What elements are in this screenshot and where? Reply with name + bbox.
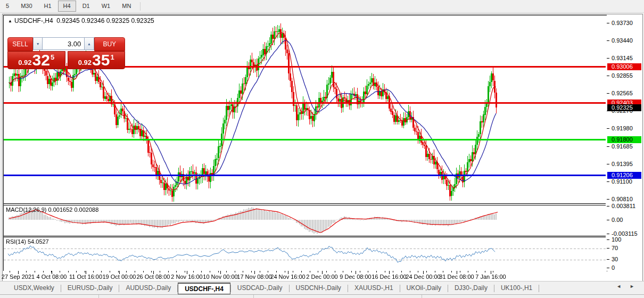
hline-price-badge: 0.91206 — [607, 172, 641, 179]
price-tick-label: 0.91100 — [612, 178, 632, 185]
date-minor-tick — [210, 271, 210, 272]
date-axis: 27 Sep 20214 Oct 08:0011 Oct 16:0019 Oct… — [3, 271, 606, 280]
buy-price-sup: 1 — [110, 53, 114, 61]
buy-price-display[interactable]: 0.92 35 1 — [68, 51, 126, 69]
date-minor-tick — [76, 271, 77, 272]
date-minor-tick — [460, 271, 460, 272]
price-tick-label: 0.93145 — [612, 55, 633, 61]
timeframe-button-5[interactable]: 5 — [1, 1, 14, 12]
tab-scroll-right-icon[interactable]: ► — [630, 284, 634, 289]
price-tick — [607, 58, 609, 59]
date-minor-tick — [226, 271, 227, 272]
status-cell — [0, 295, 99, 298]
sell-button[interactable]: SELL — [7, 37, 33, 51]
date-minor-tick — [35, 271, 35, 272]
date-minor-tick — [485, 271, 485, 272]
sell-price-display[interactable]: 0.92 32 5 — [7, 51, 65, 69]
rsi-tick-label: 70 — [612, 245, 618, 251]
price-axis: 0.937300.934400.931450.928550.925650.922… — [607, 15, 642, 271]
date-minor-tick — [468, 271, 468, 272]
rsi-label: RSI(14) 54.0527 — [6, 238, 49, 245]
date-minor-tick — [285, 271, 285, 272]
volume-down-button[interactable]: ▼ — [33, 37, 43, 50]
price-tick — [607, 146, 609, 147]
date-minor-tick — [401, 271, 402, 272]
rsi-tick-label: 0 — [612, 264, 615, 271]
volume-up-button[interactable]: ▲ — [84, 37, 94, 50]
toolbar-divider — [140, 2, 141, 11]
collapse-arrow-icon[interactable]: ▲ — [8, 19, 12, 23]
macd-tick — [607, 220, 609, 220]
current-price-badge: 0.92325 — [607, 104, 641, 111]
date-label: 31 Dec 08:00 — [439, 274, 474, 280]
chart-quotes-label: 0.92345 0.92346 0.92325 0.92325 — [56, 17, 154, 24]
timeframe-button-mn[interactable]: MN — [117, 1, 136, 12]
price-tick — [607, 76, 609, 76]
macd-label: MACD(12,26,9) 0.001652 0.002088 — [6, 206, 98, 213]
price-tick — [607, 93, 609, 94]
date-minor-tick — [418, 271, 418, 272]
sell-price-sup: 5 — [51, 53, 54, 61]
tab-audusd-daily[interactable]: AUDUSD-,Daily — [119, 282, 177, 295]
rsi-pane[interactable]: RSI(14) 54.0527 — [4, 237, 606, 271]
one-click-trade-panel: SELL ▼ ▲ BUY 0.92 32 5 0.92 35 1 — [7, 37, 125, 69]
price-tick-label: 0.93730 — [612, 20, 633, 26]
date-minor-tick — [251, 271, 252, 272]
tab-usdcad-daily[interactable]: USDCAD-,Daily — [231, 282, 289, 295]
tab-scroll-left-icon[interactable]: ◄ — [616, 284, 621, 289]
trading-terminal: 5M30H1H4D1W1MN ▲USDCHF-,H4 0.92345 0.923… — [0, 0, 644, 298]
date-minor-tick — [26, 271, 27, 272]
tab-xauusd-h1[interactable]: XAUUSD-,H1 — [348, 282, 400, 295]
macd-tick-label: 0.003811 — [612, 203, 635, 209]
rsi-tick — [607, 248, 609, 249]
date-minor-tick — [451, 271, 452, 272]
price-tick-label: 0.90810 — [612, 196, 633, 202]
rsi-tick — [607, 268, 609, 268]
hline-price-badge: 0.91800 — [607, 136, 641, 143]
tab-eurusd-daily[interactable]: EURUSD-,Daily — [61, 282, 119, 295]
price-tick — [607, 199, 609, 200]
rsi-tick — [607, 259, 609, 260]
date-minor-tick — [326, 271, 327, 272]
macd-pane[interactable]: MACD(12,26,9) 0.001652 0.002088 — [4, 205, 606, 236]
tab-dj30-daily[interactable]: DJ30-,Daily — [448, 282, 494, 295]
timeframe-button-m30[interactable]: M30 — [15, 1, 37, 12]
date-minor-tick — [160, 271, 160, 272]
volume-input[interactable] — [43, 37, 84, 50]
tab-uk100-h1[interactable]: UK100-,H1 — [494, 282, 539, 295]
status-cell — [99, 295, 254, 298]
timeframe-button-w1[interactable]: W1 — [96, 1, 116, 12]
date-minor-tick — [293, 271, 293, 272]
macd-tick — [607, 206, 609, 206]
date-minor-tick — [101, 271, 102, 272]
tab-ukoil-daily[interactable]: UKOil-,Daily — [400, 282, 448, 295]
rsi-tick-label: 30 — [612, 256, 618, 262]
timeframe-toolbar: 5M30H1H4D1W1MN — [0, 0, 644, 13]
date-minor-tick — [126, 271, 127, 272]
chart-symbol-label: USDCHF-,H4 — [14, 17, 53, 24]
date-minor-tick — [151, 271, 152, 272]
spin-down-icon: ▼ — [36, 42, 40, 46]
price-tick — [607, 40, 609, 41]
timeframe-button-h4[interactable]: H4 — [58, 1, 76, 12]
buy-price-base: 0.92 — [78, 59, 92, 67]
buy-button[interactable]: BUY — [94, 37, 125, 51]
price-tick — [607, 23, 609, 23]
price-tick-label: 0.93440 — [612, 37, 633, 44]
date-minor-tick — [385, 271, 385, 272]
date-minor-tick — [260, 271, 260, 272]
tab-usdcnh-daily[interactable]: USDCNH-,Daily — [290, 282, 348, 295]
date-label: 17 Nov 08:00 — [237, 274, 271, 280]
tab-divider — [539, 285, 539, 292]
price-tick-label: 0.91395 — [612, 161, 633, 167]
rsi-canvas[interactable] — [4, 237, 606, 270]
tab-usdchf-h4[interactable]: USDCHF-,H4 — [178, 283, 230, 294]
timeframe-button-d1[interactable]: D1 — [77, 1, 95, 12]
date-minor-tick — [193, 271, 194, 272]
date-minor-tick — [368, 271, 368, 272]
tab-usdx-weekly[interactable]: USDX,Weekly — [7, 282, 61, 295]
tab-scroll-nav: ◄ ► — [616, 284, 634, 289]
hline-price-badge: 0.93006 — [607, 63, 641, 70]
price-tick — [607, 181, 609, 182]
timeframe-button-h1[interactable]: H1 — [39, 1, 57, 12]
